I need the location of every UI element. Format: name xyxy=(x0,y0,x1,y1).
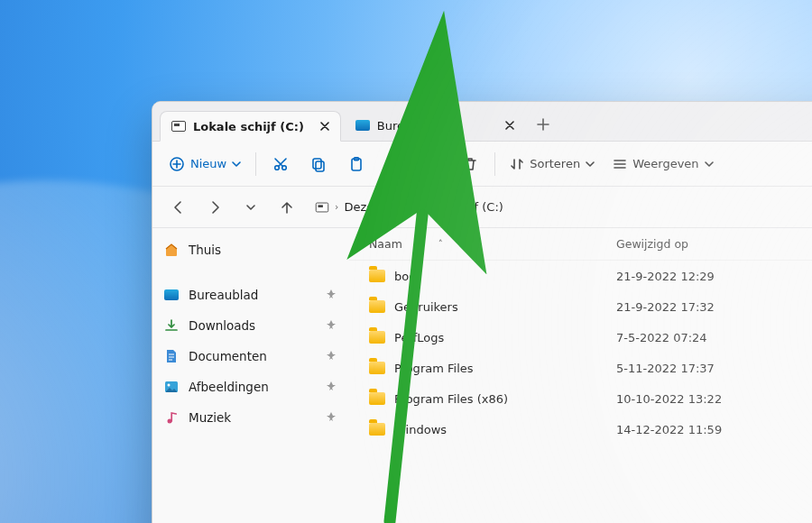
chevron-down-icon xyxy=(586,160,595,169)
list-icon xyxy=(613,157,627,171)
tab-strip: Lokale schijf (C:) Bureaublad xyxy=(152,102,812,142)
tab-local-disk[interactable]: Lokale schijf (C:) xyxy=(160,111,341,142)
chevron-right-icon: › xyxy=(397,201,401,213)
toolbar: Nieuw So xyxy=(152,142,812,187)
sidebar-item-home[interactable]: Thuis xyxy=(158,235,344,264)
svg-rect-5 xyxy=(352,159,361,170)
close-tab-icon[interactable] xyxy=(503,119,516,132)
home-icon xyxy=(163,242,180,258)
recent-button[interactable] xyxy=(237,194,264,221)
new-button[interactable]: Nieuw xyxy=(161,148,248,180)
tab-desktop[interactable]: Bureaublad xyxy=(345,110,525,141)
view-button[interactable]: Weergeven xyxy=(605,148,720,180)
breadcrumb-current[interactable]: Lokale schijf (C:) xyxy=(406,200,503,214)
sidebar-item-documents[interactable]: Documenten xyxy=(158,342,344,371)
toolbar-separator xyxy=(255,152,256,176)
file-modified: 21-9-2022 12:29 xyxy=(602,270,812,283)
file-name: Program Files xyxy=(394,362,474,375)
folder-icon xyxy=(369,331,385,344)
drive-icon xyxy=(316,202,328,212)
column-modified-header[interactable]: Gewijzigd op xyxy=(616,237,688,251)
cut-button[interactable] xyxy=(263,148,298,180)
sidebar-item-label: Muziek xyxy=(189,410,231,425)
explorer-window: Lokale schijf (C:) Bureaublad xyxy=(152,101,812,523)
table-row[interactable]: PerfLogs7-5-2022 07:24 xyxy=(349,322,812,353)
document-icon xyxy=(163,349,180,363)
new-tab-button[interactable] xyxy=(529,110,558,139)
table-row[interactable]: Gebruikers21-9-2022 17:32 xyxy=(349,291,812,322)
new-button-label: Nieuw xyxy=(190,157,226,170)
sidebar-item-label: Bureaublad xyxy=(189,288,258,302)
pin-icon xyxy=(326,380,337,394)
sort-icon xyxy=(510,157,524,171)
forward-button[interactable] xyxy=(201,194,228,221)
breadcrumb-root[interactable]: Deze pc xyxy=(344,200,391,214)
folder-icon xyxy=(369,423,385,436)
copy-button[interactable] xyxy=(301,148,336,180)
sidebar-item-desktop[interactable]: Bureaublad xyxy=(158,280,344,309)
copy-icon xyxy=(310,156,327,172)
column-name-header[interactable]: Naam xyxy=(369,237,402,251)
drive-icon xyxy=(171,121,186,132)
column-headers[interactable]: Naam ˄ Gewijzigd op xyxy=(349,228,812,261)
paste-button[interactable] xyxy=(339,148,374,180)
download-icon xyxy=(163,318,180,333)
sidebar-item-label: Downloads xyxy=(189,318,255,333)
pin-icon xyxy=(326,318,337,333)
svg-rect-6 xyxy=(355,157,359,160)
rename-button[interactable] xyxy=(377,148,411,180)
sort-button[interactable]: Sorteren xyxy=(503,148,602,180)
folder-icon xyxy=(369,300,385,313)
file-name: Windows xyxy=(394,423,447,436)
folder-icon xyxy=(369,270,385,282)
breadcrumb[interactable]: › Deze pc › Lokale schijf (C:) xyxy=(315,200,503,214)
scissors-icon xyxy=(272,156,289,172)
desktop-icon xyxy=(163,289,180,300)
back-button[interactable] xyxy=(165,194,192,221)
svg-point-1 xyxy=(275,165,280,170)
annotation-arrow xyxy=(0,0,812,523)
sidebar-item-label: Thuis xyxy=(189,243,221,257)
delete-button[interactable] xyxy=(453,148,487,180)
music-icon xyxy=(163,411,180,425)
file-modified: 10-10-2022 13:22 xyxy=(602,392,812,406)
share-button[interactable] xyxy=(415,148,449,180)
up-button[interactable] xyxy=(273,194,300,221)
file-modified: 7-5-2022 07:24 xyxy=(602,331,812,344)
folder-icon xyxy=(369,362,385,374)
file-name: Gebruikers xyxy=(394,300,458,314)
arrow-up-icon xyxy=(280,200,294,215)
file-modified: 14-12-2022 11:59 xyxy=(602,423,812,436)
chevron-down-icon xyxy=(232,160,241,169)
table-row[interactable]: boot21-9-2022 12:29 xyxy=(349,261,812,291)
svg-rect-4 xyxy=(316,161,324,171)
view-button-label: Weergeven xyxy=(632,157,698,170)
sidebar-item-label: Afbeeldingen xyxy=(189,380,269,394)
svg-rect-7 xyxy=(389,160,401,169)
sidebar-item-label: Documenten xyxy=(189,349,267,363)
close-tab-icon[interactable] xyxy=(318,120,331,133)
file-modified: 5-11-2022 17:37 xyxy=(602,362,812,375)
desktop-background: Lokale schijf (C:) Bureaublad xyxy=(0,0,812,523)
table-row[interactable]: Program Files (x86)10-10-2022 13:22 xyxy=(349,383,812,414)
desktop-icon xyxy=(355,120,370,131)
sidebar-item-pictures[interactable]: Afbeeldingen xyxy=(158,372,344,401)
table-row[interactable]: Windows14-12-2022 11:59 xyxy=(349,414,812,445)
trash-icon xyxy=(462,156,478,172)
chevron-down-icon xyxy=(705,160,714,169)
svg-point-2 xyxy=(282,165,287,170)
arrow-left-icon xyxy=(171,200,186,215)
explorer-body: Thuis Bureaublad Downloads xyxy=(152,228,812,523)
sidebar-item-music[interactable]: Muziek xyxy=(158,403,344,432)
file-name: Program Files (x86) xyxy=(394,392,508,406)
share-icon xyxy=(424,156,440,172)
sidebar: Thuis Bureaublad Downloads xyxy=(152,228,349,523)
toolbar-separator xyxy=(494,152,495,176)
arrow-right-icon xyxy=(208,200,222,215)
pictures-icon xyxy=(163,381,180,393)
nav-row: › Deze pc › Lokale schijf (C:) xyxy=(152,187,812,228)
file-modified: 21-9-2022 17:32 xyxy=(602,300,812,314)
sidebar-item-downloads[interactable]: Downloads xyxy=(158,311,344,340)
tab-label: Lokale schijf (C:) xyxy=(193,120,304,133)
table-row[interactable]: Program Files5-11-2022 17:37 xyxy=(349,353,812,383)
